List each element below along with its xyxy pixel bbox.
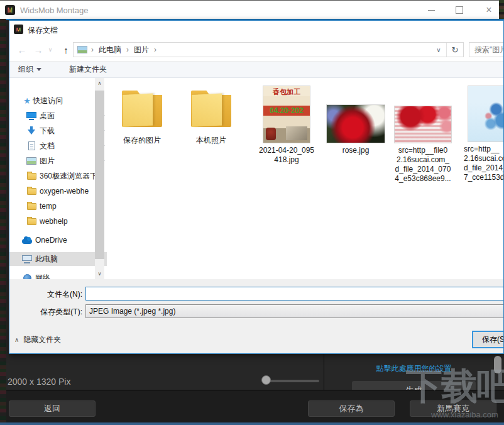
file-caption: src=http__file0 2.16sucai.com_ d_file_20… (392, 146, 454, 184)
sidebar-item-label: 下载 (40, 126, 81, 136)
sidebar-item-label: 360极速浏览器下 (40, 171, 95, 182)
history-chevron-icon[interactable]: ∨ (46, 42, 55, 57)
folder-glyph-large (122, 91, 162, 127)
caption-line: 本机照片 (180, 136, 243, 145)
minimize-button[interactable] (420, 1, 442, 19)
save-type-dropdown[interactable]: JPEG Image (*.jpeg *.jpg) (85, 304, 504, 318)
save-dialog: M 保存文檔 ← → ∨ ↑ 此电脑 图片 ∨ ↻ 搜索"图片 组织 新建文件夹 (9, 20, 504, 354)
sidebar-item-label: oxygen-webhe (40, 187, 95, 196)
caption-line: 保存的图片 (111, 136, 173, 145)
chevron-down-icon (36, 68, 41, 71)
image-thumbnail (392, 86, 454, 143)
poster-thumbnail: 香包加工 04.20-202 (263, 86, 310, 143)
forward-arrow-icon[interactable]: → (31, 42, 46, 57)
address-bar[interactable]: 此电脑 图片 ∨ ↻ (73, 42, 464, 57)
sidebar-item-label: 快速访问 (33, 96, 90, 106)
caption-line: 7_cce1153d (464, 173, 503, 182)
folder-icon-large (180, 91, 243, 127)
caption-line: rose.jpg (324, 146, 387, 155)
sidebar-item-onedrive[interactable]: OneDrive (9, 233, 107, 247)
filename-input[interactable] (85, 287, 504, 301)
scroll-up-icon[interactable]: ∧ (95, 78, 104, 89)
file-item-local-photos[interactable]: 本机照片 (180, 91, 243, 145)
rose-thumbnail (326, 104, 385, 143)
desktop-wallpaper-sliver-topright (499, 0, 504, 19)
zoom-slider-handle[interactable] (261, 375, 271, 385)
sidebar-item-label: 桌面 (40, 111, 81, 121)
file-item-sucai-roses[interactable]: src=http__file0 2.16sucai.com_ d_file_20… (392, 86, 454, 184)
refresh-icon[interactable]: ↻ (446, 43, 463, 57)
dialog-titlebar: M 保存文檔 (9, 21, 503, 38)
sidebar-item-label: temp (40, 202, 95, 211)
pictures-glyph (26, 157, 36, 165)
sidebar-item-label: 文档 (40, 141, 81, 152)
save-as-button[interactable]: 保存為 (308, 400, 395, 417)
scroll-down-icon[interactable]: ∨ (95, 268, 104, 279)
chevron-up-icon: ∧ (14, 336, 19, 343)
file-item-saved-pictures[interactable]: 保存的图片 (111, 91, 173, 145)
sidebar-item-label: 此电脑 (35, 254, 93, 265)
caption-line: 2021-04-20_095 (255, 146, 318, 155)
cloud-glyph (22, 239, 32, 244)
organize-menu-button[interactable]: 组织 (18, 64, 41, 75)
breadcrumb-pictures[interactable]: 图片 (130, 45, 153, 55)
sidebar-item-label: webhelp (40, 217, 95, 226)
filename-label: 文件名(N): (14, 289, 82, 300)
file-item-sucai-blue-flowers[interactable]: src=http__ 2.16sucai.co d_file_2014_ 7_c… (456, 86, 503, 182)
search-input[interactable]: 搜索"图片 (469, 42, 504, 57)
app-titlebar: M WidsMob Montage × (0, 0, 499, 19)
sidebar-item-label: 图片 (40, 156, 81, 167)
dialog-title: 保存文檔 (28, 25, 58, 36)
file-item-2021-04-20[interactable]: 香包加工 04.20-202 2021-04-20_095 418.jpg (255, 86, 318, 165)
hide-folders-label: 隐藏文件夹 (23, 334, 61, 345)
new-folder-button[interactable]: 新建文件夹 (69, 64, 107, 75)
breadcrumb-this-pc[interactable]: 此电脑 (95, 45, 125, 55)
maximize-button[interactable] (449, 1, 470, 19)
file-caption: src=http__ 2.16sucai.co d_file_2014_ 7_c… (456, 145, 503, 182)
save-button[interactable]: 保存(S) (472, 331, 504, 348)
app-logo-icon: M (5, 5, 15, 15)
breadcrumb-separator-icon (125, 45, 130, 54)
sidebar-item-quick-access[interactable]: ★ 快速访问 (9, 94, 107, 108)
download-glyph (28, 126, 35, 135)
watermark-url: www.xiazaiba.com (431, 410, 498, 419)
blue-flowers-thumbnail (468, 86, 503, 142)
dialog-logo-letter: M (16, 26, 21, 33)
download-icon (26, 126, 37, 136)
file-item-rose[interactable]: rose.jpg (324, 86, 387, 155)
dialog-logo-icon: M (14, 25, 23, 34)
folder-glyph (27, 188, 36, 195)
maximize-icon (456, 6, 463, 14)
close-button[interactable]: × (478, 1, 500, 19)
breadcrumb-separator-icon (153, 45, 158, 54)
poster-jar-graphic (266, 128, 276, 140)
sidebar-item-network[interactable]: 网络 (9, 271, 107, 279)
desktop-icon (26, 111, 37, 121)
scrollbar-thumb[interactable] (95, 91, 104, 259)
bottom-accent-line (0, 422, 504, 425)
file-caption: 本机照片 (180, 136, 243, 145)
document-icon (26, 141, 37, 151)
caption-line: d_file_2014_ (464, 163, 503, 173)
file-caption: 保存的图片 (111, 136, 173, 145)
up-arrow-icon[interactable]: ↑ (58, 42, 74, 57)
app-logo-letter: M (8, 7, 13, 14)
sidebar-scrollbar[interactable]: ∧ ∨ (95, 78, 104, 279)
file-list: 保存的图片 本机照片 香包加工 04.20-202 (104, 78, 503, 279)
folder-glyph (27, 218, 36, 225)
hide-folders-button[interactable]: ∧ 隐藏文件夹 (14, 334, 61, 345)
caption-line: 2.16sucai.com_ (392, 155, 454, 165)
navigation-pane: ★ 快速访问 桌面 下载 文档 图片 (9, 78, 95, 279)
caption-line: d_file_2014_070 (392, 165, 454, 174)
sidebar-item-this-pc[interactable]: 此电脑 (9, 252, 107, 266)
address-dropdown-icon[interactable]: ∨ (431, 47, 446, 53)
back-button[interactable]: 返回 (9, 400, 96, 417)
onedrive-cloud-icon (21, 235, 33, 245)
caption-line: 418.jpg (255, 155, 318, 165)
star-icon: ★ (21, 96, 33, 106)
close-icon: × (486, 5, 491, 15)
folder-icon (26, 186, 37, 196)
zoom-slider-track[interactable] (266, 380, 319, 382)
back-arrow-icon[interactable]: ← (14, 42, 30, 57)
document-glyph (28, 141, 35, 150)
